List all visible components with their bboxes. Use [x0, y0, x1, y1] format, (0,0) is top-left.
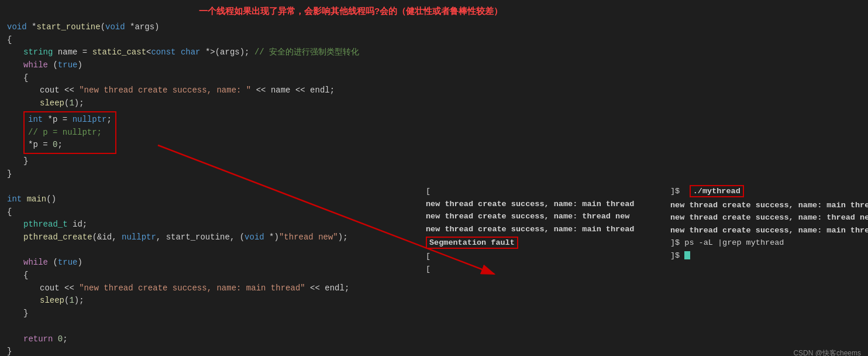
term-line: ]$ [670, 249, 868, 262]
term-line: [ [426, 250, 656, 263]
code-line: } [0, 307, 421, 320]
code-line: { [0, 34, 421, 47]
code-line-empty [0, 180, 421, 193]
code-line: void * start_routine ( void *args) [0, 21, 421, 34]
annotation-text: 一个线程如果出现了异常，会影响其他线程吗?会的（健壮性或者鲁棒性较差） [199, 6, 502, 17]
code-line: { [0, 269, 421, 282]
terminal-area: [ new thread create success, name: main … [421, 0, 868, 356]
terminal-left: [ new thread create success, name: main … [421, 180, 661, 356]
segfault-box: Segmentation fault [426, 237, 518, 249]
code-line: } [0, 168, 421, 181]
code-line-empty [0, 320, 421, 333]
code-line: return 0 ; [0, 333, 421, 346]
code-line: } [0, 345, 421, 356]
code-line: int *p = nullptr ; [28, 114, 112, 126]
code-line: int main () [0, 193, 421, 206]
cmd-box: ./mythread [690, 185, 744, 197]
code-line: cout << "new thread create success, name… [0, 282, 421, 295]
segfault-line: Segmentation fault [426, 237, 656, 249]
terminal-right: ]$ ./mythread new thread create success,… [661, 180, 868, 356]
term-line: new thread create success, name: thread … [426, 210, 656, 223]
code-line: { [0, 206, 421, 219]
code-line: { [0, 72, 421, 85]
term-prompt: ]$ [670, 187, 684, 196]
main-container: 一个线程如果出现了异常，会影响其他线程吗?会的（健壮性或者鲁棒性较差） void… [0, 0, 868, 356]
term-line: new thread create success, name: main th… [426, 223, 656, 236]
highlighted-code-block: int *p = nullptr ; // p = nullptr; *p = … [23, 111, 116, 154]
term-line: new thread create success, name: main th… [426, 198, 656, 211]
code-line-empty [0, 244, 421, 257]
term-line: [ [426, 263, 656, 276]
code-line: pthread_create (&id, nullptr , start_rou… [0, 231, 421, 244]
code-line: while ( true ) [0, 59, 421, 72]
code-line: pthread_t id; [0, 218, 421, 231]
cmd-line: ]$ ./mythread [670, 185, 868, 198]
term-line: ]$ ps -aL |grep mythread [670, 237, 868, 249]
watermark: CSDN @快客cheems [793, 348, 861, 356]
code-keyword: void [7, 21, 27, 34]
term-line: [ [426, 185, 656, 198]
term-line: new thread create success, name: main th… [670, 224, 868, 237]
cursor [684, 251, 690, 259]
term-line: new thread create success, name: thread … [670, 211, 868, 224]
code-line: sleep ( 1 ); [0, 295, 421, 307]
code-line: cout << "new thread create success, name… [0, 84, 421, 97]
code-line: *p = 0 ; [28, 139, 112, 152]
code-line: sleep ( 1 ); [0, 97, 421, 110]
code-line: } [0, 155, 421, 168]
code-line: while ( true ) [0, 256, 421, 269]
code-line: string name = static_cast < const char *… [0, 46, 421, 59]
code-line: // p = nullptr; [28, 126, 112, 139]
term-line: new thread create success, name: main th… [670, 199, 868, 212]
code-panel: 一个线程如果出现了异常，会影响其他线程吗?会的（健壮性或者鲁棒性较差） void… [0, 0, 421, 356]
